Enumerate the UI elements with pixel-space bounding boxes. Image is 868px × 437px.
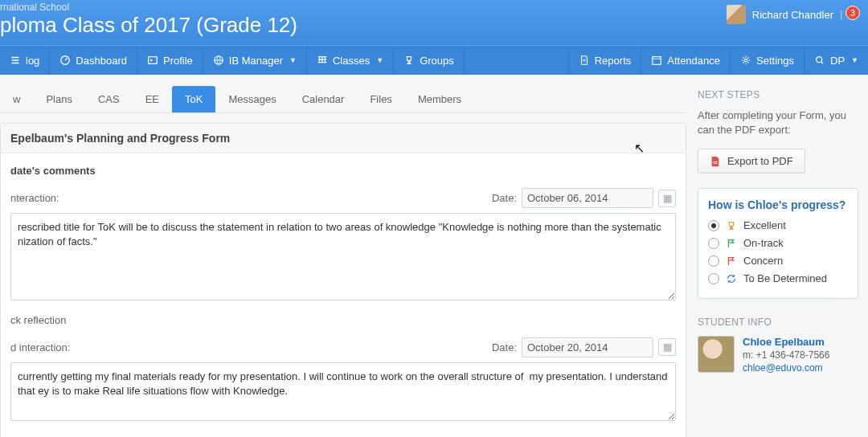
progress-option-excellent[interactable]: Excellent <box>708 219 848 231</box>
export-pdf-button[interactable]: Export to PDF <box>698 149 805 174</box>
nav-profile[interactable]: Profile <box>137 46 203 75</box>
pdf-icon <box>710 156 721 167</box>
form-panel: Epelbaum's Planning and Progress Form da… <box>0 123 686 437</box>
progress-box: How is Chloe's progress? ExcellentOn-tra… <box>698 188 858 299</box>
date-input[interactable] <box>522 188 653 208</box>
flag-icon <box>726 255 737 267</box>
notifications-button[interactable]: | 3 <box>840 7 860 22</box>
refresh-icon <box>726 273 737 284</box>
trophy-icon <box>726 220 737 231</box>
app-header: rnational School ploma Class of 2017 (Gr… <box>0 0 868 45</box>
progress-heading: How is Chloe's progress? <box>708 198 848 211</box>
svg-point-5 <box>744 59 747 62</box>
student-info-heading: STUDENT INFO <box>698 317 858 328</box>
nav-settings[interactable]: Settings <box>730 46 804 75</box>
progress-option-label: Excellent <box>743 219 786 231</box>
svg-point-6 <box>817 57 822 63</box>
student-avatar[interactable] <box>698 336 735 373</box>
tab-tok[interactable]: ToK <box>172 86 215 112</box>
chevron-down-icon: ▼ <box>376 56 383 64</box>
progress-option-label: To Be Determined <box>743 272 827 284</box>
nav-dp[interactable]: DP▼ <box>804 46 868 75</box>
entry-block: nteraction:Date:▦ <box>10 188 676 303</box>
nav-reports[interactable]: Reports <box>568 46 641 75</box>
sidebar: NEXT STEPS After completing your Form, y… <box>686 75 868 374</box>
progress-option-to-be-determined[interactable]: To Be Determined <box>708 272 848 284</box>
nav-classes[interactable]: Classes▼ <box>307 46 394 75</box>
next-steps-heading: NEXT STEPS <box>698 89 858 100</box>
svg-rect-1 <box>149 57 158 64</box>
user-name[interactable]: Richard Chandler <box>752 9 833 21</box>
chevron-down-icon: ▼ <box>851 56 858 64</box>
tab-w[interactable]: w <box>0 86 33 112</box>
radio-icon <box>708 255 719 267</box>
radio-icon <box>708 220 719 231</box>
progress-option-on-track[interactable]: On-track <box>708 237 848 249</box>
entry-block: d interaction:Date:▦ <box>10 337 676 423</box>
date-input[interactable] <box>522 337 653 357</box>
next-steps-text: After completing your Form, you can the … <box>698 108 858 137</box>
progress-option-concern[interactable]: Concern <box>708 255 848 267</box>
flag-icon <box>726 238 737 249</box>
student-phone: m: +1 436-478-7566 <box>743 349 829 361</box>
radio-icon <box>708 273 719 284</box>
section-heading: date's comments <box>10 165 676 177</box>
student-email[interactable]: chloe@eduvo.com <box>743 362 829 374</box>
panel-title: Epelbaum's Planning and Progress Form <box>1 124 686 153</box>
svg-point-2 <box>150 59 153 62</box>
entry-textarea[interactable] <box>10 213 676 300</box>
svg-rect-4 <box>653 57 661 65</box>
tab-members[interactable]: Members <box>405 86 474 112</box>
progress-option-label: On-track <box>743 237 784 249</box>
nav-groups[interactable]: Groups <box>394 46 465 75</box>
tab-ee[interactable]: EE <box>133 86 172 112</box>
tab-cas[interactable]: CAS <box>85 86 133 112</box>
radio-icon <box>708 238 719 249</box>
entry-label: d interaction: <box>10 341 70 353</box>
entry-label: ck reflection <box>10 314 66 326</box>
nav-attendance[interactable]: Attendance <box>641 46 730 75</box>
tab-messages[interactable]: Messages <box>215 86 289 112</box>
entry-textarea[interactable] <box>10 362 676 421</box>
calendar-icon[interactable]: ▦ <box>658 190 676 207</box>
notification-count-badge: 3 <box>845 6 860 20</box>
nav-dashboard[interactable]: Dashboard <box>50 46 137 75</box>
main-nav: logDashboardProfileIB Manager▼Classes▼Gr… <box>0 45 868 75</box>
user-avatar[interactable] <box>727 5 746 24</box>
tab-plans[interactable]: Plans <box>33 86 85 112</box>
calendar-icon[interactable]: ▦ <box>658 338 676 356</box>
student-name[interactable]: Chloe Epelbaum <box>743 336 829 348</box>
chevron-down-icon: ▼ <box>289 56 297 64</box>
student-info: STUDENT INFO Chloe Epelbaum m: +1 436-47… <box>698 317 858 374</box>
tab-calendar[interactable]: Calendar <box>289 86 358 112</box>
nav-ib-manager[interactable]: IB Manager▼ <box>203 46 307 75</box>
entry-label: nteraction: <box>10 192 59 204</box>
tab-files[interactable]: Files <box>357 86 404 112</box>
sub-tabs: wPlansCASEEToKMessagesCalendarFilesMembe… <box>0 86 686 113</box>
date-label: Date: <box>492 341 517 353</box>
progress-option-label: Concern <box>743 255 783 267</box>
nav-log[interactable]: log <box>0 46 50 75</box>
date-label: Date: <box>492 192 517 204</box>
entry-block: ck reflection <box>10 314 676 326</box>
